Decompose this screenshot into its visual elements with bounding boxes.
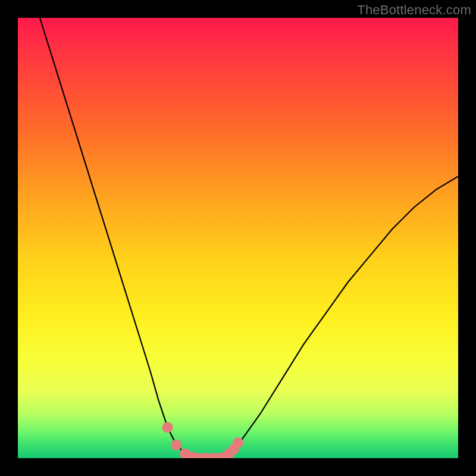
fit-zone-markers [162,422,243,458]
chart-svg [18,18,458,458]
fit-marker [186,452,197,458]
fit-marker [171,440,181,450]
fit-marker [213,453,224,458]
chart-plot-area [18,18,458,458]
fit-marker [224,449,234,458]
fit-marker [180,449,190,458]
fit-marker [200,453,211,458]
fit-marker [233,437,243,448]
chart-frame: TheBottleneck.com [0,0,476,476]
fit-marker [193,453,203,458]
curve-line [40,18,458,458]
watermark-text: TheBottleneck.com [357,2,471,18]
fit-marker [220,452,230,458]
bottleneck-curve [40,18,458,458]
fit-marker [162,422,173,433]
fit-marker [228,444,239,455]
fit-marker [206,453,217,458]
